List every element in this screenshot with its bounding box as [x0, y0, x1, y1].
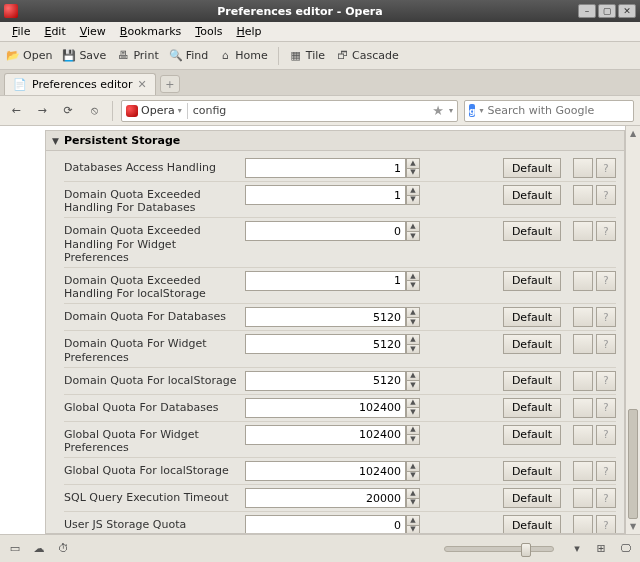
spinner-up-icon[interactable]: ▲ — [406, 334, 420, 344]
spinner-down-icon[interactable]: ▼ — [406, 168, 420, 179]
help-button[interactable]: ? — [596, 334, 616, 354]
help-button[interactable]: ? — [596, 221, 616, 241]
info-button[interactable] — [573, 425, 593, 445]
spinner-up-icon[interactable]: ▲ — [406, 185, 420, 195]
spinner-down-icon[interactable]: ▼ — [406, 344, 420, 355]
help-button[interactable]: ? — [596, 185, 616, 205]
search-engine-dropdown-icon[interactable]: ▾ — [479, 106, 483, 115]
info-button[interactable] — [573, 461, 593, 481]
pref-value-input[interactable] — [245, 185, 406, 205]
spinner-down-icon[interactable]: ▼ — [406, 407, 420, 418]
pref-value-input[interactable] — [245, 307, 406, 327]
address-dropdown-icon[interactable]: ▾ — [449, 106, 453, 115]
default-button[interactable]: Default — [503, 398, 561, 418]
pref-value-input[interactable] — [245, 461, 406, 481]
default-button[interactable]: Default — [503, 425, 561, 445]
spinner-down-icon[interactable]: ▼ — [406, 525, 420, 534]
info-button[interactable] — [573, 371, 593, 391]
zoom-slider-thumb[interactable] — [521, 543, 531, 557]
default-button[interactable]: Default — [503, 307, 561, 327]
zoom-slider[interactable] — [444, 546, 554, 552]
address-input[interactable] — [193, 104, 428, 117]
info-button[interactable] — [573, 515, 593, 534]
maximize-button[interactable]: ▢ — [598, 4, 616, 18]
toolbar-open[interactable]: 📂Open — [6, 49, 52, 63]
spinner-up-icon[interactable]: ▲ — [406, 488, 420, 498]
spinner-up-icon[interactable]: ▲ — [406, 307, 420, 317]
default-button[interactable]: Default — [503, 185, 561, 205]
toolbar-cascade[interactable]: 🗗Cascade — [335, 49, 399, 63]
default-button[interactable]: Default — [503, 221, 561, 241]
info-button[interactable] — [573, 307, 593, 327]
info-button[interactable] — [573, 271, 593, 291]
pref-value-input[interactable] — [245, 271, 406, 291]
toolbar-find[interactable]: 🔍Find — [169, 49, 209, 63]
pref-value-input[interactable] — [245, 221, 406, 241]
spinner-up-icon[interactable]: ▲ — [406, 425, 420, 435]
default-button[interactable]: Default — [503, 334, 561, 354]
menu-file[interactable]: File — [6, 23, 36, 40]
search-input[interactable] — [487, 104, 632, 117]
spinner-up-icon[interactable]: ▲ — [406, 221, 420, 231]
help-button[interactable]: ? — [596, 515, 616, 534]
zoom-dropdown-icon[interactable]: ▾ — [570, 542, 584, 556]
toolbar-print[interactable]: 🖶Print — [116, 49, 158, 63]
pref-value-input[interactable] — [245, 158, 406, 178]
tab-close-icon[interactable]: ✕ — [138, 78, 147, 91]
help-button[interactable]: ? — [596, 488, 616, 508]
info-button[interactable] — [573, 158, 593, 178]
new-tab-button[interactable]: + — [160, 75, 180, 93]
pref-value-input[interactable] — [245, 488, 406, 508]
pref-value-input[interactable] — [245, 515, 406, 534]
menu-tools[interactable]: Tools — [189, 23, 228, 40]
scroll-down-icon[interactable]: ▼ — [626, 519, 640, 534]
nav-stop-button[interactable]: ⦸ — [84, 101, 104, 121]
toolbar-save[interactable]: 💾Save — [62, 49, 106, 63]
menu-help[interactable]: Help — [230, 23, 267, 40]
default-button[interactable]: Default — [503, 461, 561, 481]
default-button[interactable]: Default — [503, 488, 561, 508]
address-bar[interactable]: Opera ▾ ★ ▾ — [121, 100, 458, 122]
bookmark-star-icon[interactable]: ★ — [432, 103, 444, 118]
menu-view[interactable]: View — [74, 23, 112, 40]
spinner-down-icon[interactable]: ▼ — [406, 434, 420, 445]
menu-edit[interactable]: Edit — [38, 23, 71, 40]
vertical-scrollbar[interactable]: ▲ ▼ — [625, 126, 640, 534]
spinner-down-icon[interactable]: ▼ — [406, 195, 420, 206]
pref-value-input[interactable] — [245, 398, 406, 418]
help-button[interactable]: ? — [596, 398, 616, 418]
scroll-up-icon[interactable]: ▲ — [626, 126, 640, 141]
toolbar-home[interactable]: ⌂Home — [218, 49, 267, 63]
spinner-down-icon[interactable]: ▼ — [406, 317, 420, 328]
spinner-up-icon[interactable]: ▲ — [406, 461, 420, 471]
help-button[interactable]: ? — [596, 307, 616, 327]
help-button[interactable]: ? — [596, 461, 616, 481]
close-window-button[interactable]: ✕ — [618, 4, 636, 18]
spinner-up-icon[interactable]: ▲ — [406, 371, 420, 381]
help-button[interactable]: ? — [596, 371, 616, 391]
tab-preferences-editor[interactable]: 📄 Preferences editor ✕ — [4, 73, 156, 95]
spinner-down-icon[interactable]: ▼ — [406, 380, 420, 391]
spinner-up-icon[interactable]: ▲ — [406, 398, 420, 408]
scroll-thumb[interactable] — [628, 409, 638, 519]
pref-value-input[interactable] — [245, 334, 406, 354]
toolbar-tile[interactable]: ▦Tile — [289, 49, 325, 63]
search-box[interactable]: g ▾ — [464, 100, 634, 122]
pref-value-input[interactable] — [245, 425, 406, 445]
help-button[interactable]: ? — [596, 425, 616, 445]
info-button[interactable] — [573, 488, 593, 508]
info-button[interactable] — [573, 185, 593, 205]
turbo-icon[interactable]: ⏱ — [56, 542, 70, 556]
default-button[interactable]: Default — [503, 271, 561, 291]
default-button[interactable]: Default — [503, 371, 561, 391]
address-scheme-dropdown-icon[interactable]: ▾ — [178, 106, 182, 115]
spinner-up-icon[interactable]: ▲ — [406, 158, 420, 168]
help-button[interactable]: ? — [596, 271, 616, 291]
spinner-up-icon[interactable]: ▲ — [406, 271, 420, 281]
nav-back-button[interactable]: ← — [6, 101, 26, 121]
panel-toggle-icon[interactable]: ▭ — [8, 542, 22, 556]
spinner-down-icon[interactable]: ▼ — [406, 280, 420, 291]
section-header[interactable]: ▼ Persistent Storage — [46, 131, 624, 151]
info-button[interactable] — [573, 334, 593, 354]
info-button[interactable] — [573, 221, 593, 241]
